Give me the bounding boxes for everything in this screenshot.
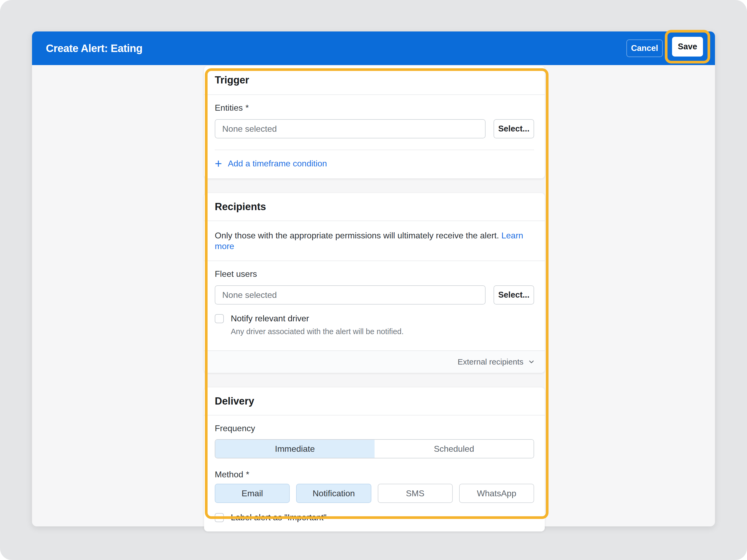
entities-label: Entities* xyxy=(215,103,534,113)
recipients-section: Recipients Only those with the appropria… xyxy=(204,193,545,373)
delivery-body: Frequency Immediate Scheduled Method* Em… xyxy=(204,424,545,531)
divider xyxy=(204,415,545,416)
important-label: Label alert as "Important" xyxy=(231,512,327,523)
page-title: Create Alert: Eating xyxy=(46,31,143,65)
method-options-row: Email Notification SMS WhatsApp xyxy=(215,484,534,503)
frequency-option-scheduled[interactable]: Scheduled xyxy=(375,440,534,458)
entities-select-button[interactable]: Select... xyxy=(494,119,534,138)
add-timeframe-label: Add a timeframe condition xyxy=(228,159,327,168)
delivery-section: Delivery Frequency Immediate Scheduled M… xyxy=(204,388,545,531)
screenshot-background: Create Alert: Eating Cancel Save Trigger… xyxy=(0,0,747,560)
method-label-text: Method xyxy=(215,470,243,479)
method-option-whatsapp[interactable]: WhatsApp xyxy=(459,484,534,503)
divider xyxy=(204,95,545,95)
method-option-sms[interactable]: SMS xyxy=(378,484,453,503)
entities-input[interactable] xyxy=(215,119,486,138)
trigger-body: Entities* Select... + Add a timeframe co… xyxy=(204,103,545,179)
fleet-users-input[interactable] xyxy=(215,285,486,304)
trigger-heading: Trigger xyxy=(204,66,545,95)
required-marker: * xyxy=(246,103,249,112)
important-checkbox[interactable] xyxy=(215,513,224,522)
app-bar: Create Alert: Eating Cancel Save xyxy=(32,31,715,65)
notify-driver-help: Any driver associated with the alert wil… xyxy=(231,327,534,336)
permissions-info: Only those with the appropriate permissi… xyxy=(204,221,545,261)
fleet-users-select-button[interactable]: Select... xyxy=(494,285,534,304)
entities-input-row: Select... xyxy=(215,119,534,138)
permissions-text: Only those with the appropriate permissi… xyxy=(215,231,499,240)
method-option-email[interactable]: Email xyxy=(215,484,290,503)
form-column: Trigger Entities* Select... + Add a time… xyxy=(204,66,545,546)
recipients-body: Fleet users Select... Notify relevant dr… xyxy=(204,269,545,350)
notify-driver-row: Notify relevant driver xyxy=(215,314,534,323)
important-label-row: Label alert as "Important" xyxy=(215,512,534,523)
notify-driver-label: Notify relevant driver xyxy=(231,314,309,323)
delivery-heading: Delivery xyxy=(204,388,545,415)
annotation-highlight-save: Save xyxy=(665,30,710,63)
frequency-label: Frequency xyxy=(215,424,534,433)
external-recipients-toggle[interactable]: External recipients xyxy=(204,350,545,373)
cancel-button[interactable]: Cancel xyxy=(626,39,663,57)
trigger-section: Trigger Entities* Select... + Add a time… xyxy=(204,66,545,179)
required-marker: * xyxy=(246,470,249,479)
method-label: Method* xyxy=(215,470,534,479)
add-timeframe-condition-link[interactable]: + Add a timeframe condition xyxy=(215,150,534,179)
fleet-users-label: Fleet users xyxy=(215,269,534,279)
recipients-heading: Recipients xyxy=(204,193,545,220)
create-alert-window: Create Alert: Eating Cancel Save Trigger… xyxy=(32,31,715,526)
chevron-down-icon xyxy=(528,358,535,366)
plus-icon: + xyxy=(215,158,222,169)
entities-label-text: Entities xyxy=(215,103,243,112)
method-option-notification[interactable]: Notification xyxy=(296,484,371,503)
divider xyxy=(204,261,545,261)
frequency-option-immediate[interactable]: Immediate xyxy=(215,440,375,458)
save-button[interactable]: Save xyxy=(672,37,703,56)
notify-driver-checkbox[interactable] xyxy=(215,314,224,323)
external-recipients-label: External recipients xyxy=(458,357,523,366)
frequency-segmented-control: Immediate Scheduled xyxy=(215,439,534,458)
fleet-users-input-row: Select... xyxy=(215,285,534,304)
